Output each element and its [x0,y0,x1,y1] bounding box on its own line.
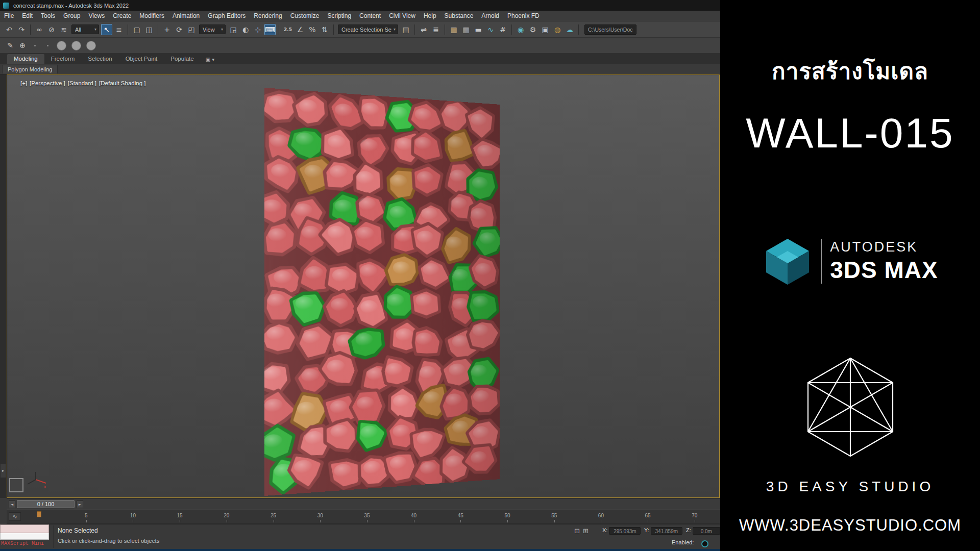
menu-views[interactable]: Views [84,11,109,21]
select-and-link-icon[interactable]: ∞ [34,24,45,35]
select-and-move-icon[interactable]: + [161,24,173,35]
status-bar: MAXScript Mini None Selected Click or cl… [0,524,720,549]
select-and-manipulate-icon[interactable]: ⊹ [252,24,263,35]
ribbon-tab-object-paint[interactable]: Object Paint [119,54,164,64]
render-production-icon[interactable]: ◍ [552,24,563,35]
previous-frame-button[interactable]: ◄ [9,500,15,508]
brush-preset[interactable] [57,41,66,51]
selection-lock-toggle-icon[interactable]: ⊡ [574,527,580,535]
x-input[interactable]: 295.093m [609,527,641,535]
menu-modifiers[interactable]: Modifiers [135,11,168,21]
viewport-label-part-2[interactable]: [Standard ] [68,80,96,86]
enabled-toggle[interactable] [701,540,708,547]
snaps-toggle-icon[interactable]: 2.5 [282,24,293,35]
angle-snap-toggle-icon[interactable]: ∠ [295,24,306,35]
curve-editor-icon[interactable]: ∿ [485,24,496,35]
viewport-label-part-0[interactable]: [+] [20,80,27,86]
menu-civil-view[interactable]: Civil View [385,11,420,21]
menu-file[interactable]: File [0,11,18,21]
render-setup-icon[interactable]: ⚙ [527,24,538,35]
menu-customize[interactable]: Customize [286,11,324,21]
menu-create[interactable]: Create [109,11,135,21]
ruler-tick-label: 50 [504,513,510,518]
ruler-tick-label: 25 [271,513,276,518]
next-frame-button[interactable]: ► [77,500,83,508]
redo-icon[interactable]: ↷ [16,24,27,35]
toggle-ribbon-icon[interactable]: ▬ [473,24,484,35]
preset-dot[interactable] [47,45,48,46]
brush-preset[interactable] [86,41,96,51]
menu-phoenix-fd[interactable]: Phoenix FD [503,11,544,21]
selection-filter[interactable]: All▾ [71,24,99,34]
menu-rendering[interactable]: Rendering [250,11,286,21]
absolute-mode-toggle-icon[interactable]: ⊞ [583,527,589,535]
ribbon-tab-freeform[interactable]: Freeform [44,54,82,64]
ribbon-tab-populate[interactable]: Populate [164,54,200,64]
rendered-frame-window-icon[interactable]: ▣ [540,24,551,35]
y-input[interactable]: 341.859m [651,527,682,535]
ribbon-tab-modeling[interactable]: Modeling [7,54,44,64]
mirror-icon[interactable]: ⇌ [418,24,429,35]
reference-coordinate-system[interactable]: View▾ [199,24,226,34]
perspective-viewport[interactable]: [+][Perspective ][Standard ][Default Sha… [7,74,720,498]
title-bar[interactable]: concreat stamp.max - Autodesk 3ds Max 20… [0,0,720,11]
current-frame-marker[interactable] [37,511,41,517]
material-editor-icon[interactable]: ◉ [515,24,526,35]
toggle-scene-explorer-icon[interactable]: ▥ [448,24,459,35]
add-tool-icon[interactable]: ⊕ [17,40,28,51]
use-pivot-point-center-icon[interactable]: ◲ [228,24,239,35]
time-slider[interactable]: ◄ 0 / 100 ► [7,498,720,509]
maxscript-mini-listener[interactable]: MAXScript Mini [0,524,49,549]
stone-wall-model[interactable] [264,88,500,496]
viewport-label-part-3[interactable]: [Default Shading ] [99,80,145,86]
window-crossing-toggle-icon[interactable]: ◫ [143,24,155,35]
menu-scripting[interactable]: Scripting [323,11,355,21]
track-bar[interactable]: ∿ 510152025303540455055606570 [7,509,720,524]
menu-substance[interactable]: Substance [440,11,478,21]
viewport-layout-icon[interactable] [9,478,23,492]
ribbon-tab-selection[interactable]: Selection [81,54,118,64]
menu-arnold[interactable]: Arnold [477,11,503,21]
menu-edit[interactable]: Edit [18,11,37,21]
select-object-icon[interactable]: ↖ [101,24,112,35]
macro-recorder-line[interactable] [0,524,49,533]
z-input[interactable]: 0.0m [693,527,720,535]
schematic-view-icon[interactable]: # [497,24,508,35]
prompt-block: None Selected Click or click-and-drag to… [53,525,159,548]
menu-group[interactable]: Group [59,11,84,21]
render-in-cloud-icon[interactable]: ☁ [564,24,575,35]
unlink-selection-icon[interactable]: ⊘ [46,24,57,35]
listener-line[interactable] [0,533,49,540]
open-mini-curve-editor-icon[interactable]: ∿ [9,512,21,521]
toggle-layer-explorer-icon[interactable]: ▦ [460,24,472,35]
tab-polygon-modeling[interactable]: Polygon Modeling [2,65,58,73]
select-and-place-icon[interactable]: ◐ [240,24,251,35]
percent-snap-toggle-icon[interactable]: % [307,24,318,35]
project-path-field[interactable]: C:\Users\User\Doc [584,24,636,35]
edit-tool-icon[interactable]: ✎ [5,40,16,51]
select-and-rotate-icon[interactable]: ⟳ [174,24,185,35]
ribbon-config-button[interactable]: ▣ ▾ [206,57,215,64]
keyboard-shortcut-override-icon[interactable]: ⌨ [264,24,276,35]
menu-content[interactable]: Content [355,11,385,21]
menu-help[interactable]: Help [420,11,440,21]
menu-tools[interactable]: Tools [37,11,59,21]
brush-preset[interactable] [71,41,81,51]
undo-icon[interactable]: ↶ [4,24,15,35]
spinner-snap-toggle-icon[interactable]: ⇅ [319,24,330,35]
align-icon[interactable]: ≣ [430,24,442,35]
menu-animation[interactable]: Animation [168,11,204,21]
select-and-scale-icon[interactable]: ◰ [186,24,197,35]
viewport-label-part-1[interactable]: [Perspective ] [30,80,65,86]
select-by-name-icon[interactable]: ≡ [113,24,125,35]
scene-explorer-expand-button[interactable]: ▸ [1,464,6,478]
ruler-tick-label: 5 [85,513,88,518]
menu-graph-editors[interactable]: Graph Editors [204,11,250,21]
edit-named-selection-sets-icon[interactable]: ▤ [400,24,411,35]
rectangular-selection-region-icon[interactable]: ▢ [131,24,142,35]
time-slider-handle[interactable]: 0 / 100 [17,500,75,508]
named-selection-set[interactable]: Create Selection Set▾ [338,24,398,34]
bind-to-space-warp-icon[interactable]: ≋ [58,24,69,35]
wall-shading-overlay [264,88,500,496]
preset-dot[interactable] [34,45,36,46]
